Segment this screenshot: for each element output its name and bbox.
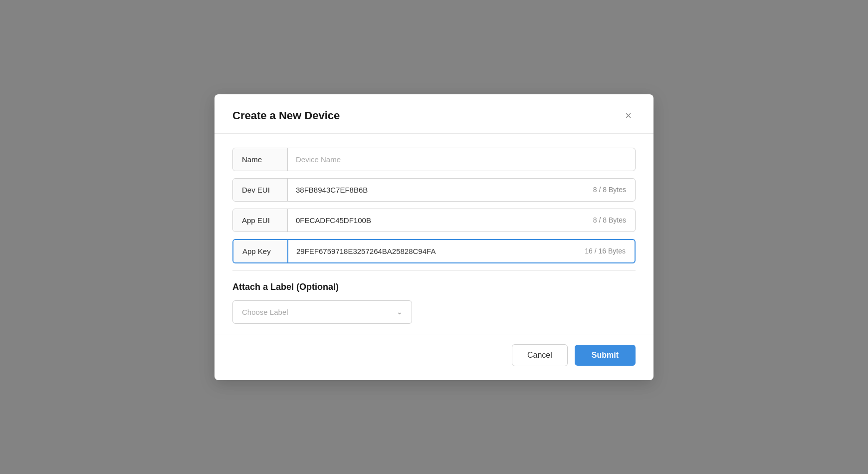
dev-eui-label: Dev EUI — [233, 179, 288, 201]
modal-dialog: Create a New Device × Name Dev EUI 8 / 8… — [215, 94, 653, 380]
app-eui-bytes: 8 / 8 Bytes — [584, 209, 635, 231]
name-field-row: Name — [232, 148, 636, 171]
modal-overlay: Create a New Device × Name Dev EUI 8 / 8… — [0, 0, 868, 474]
label-select-dropdown[interactable]: Choose Label ⌄ — [232, 300, 412, 324]
modal-footer: Cancel Submit — [215, 334, 653, 380]
modal-header: Create a New Device × — [215, 94, 653, 133]
submit-button[interactable]: Submit — [575, 345, 636, 366]
app-eui-input[interactable] — [288, 209, 584, 232]
label-select-placeholder: Choose Label — [242, 308, 288, 316]
app-key-bytes: 16 / 16 Bytes — [576, 240, 635, 262]
app-key-input[interactable] — [288, 240, 576, 262]
app-key-field-row: App Key 16 / 16 Bytes — [232, 239, 636, 263]
dev-eui-input[interactable] — [288, 179, 584, 201]
label-section-title: Attach a Label (Optional) — [232, 282, 636, 292]
close-button[interactable]: × — [621, 108, 636, 123]
dev-eui-bytes: 8 / 8 Bytes — [584, 179, 635, 201]
section-divider — [232, 270, 636, 271]
dev-eui-field-row: Dev EUI 8 / 8 Bytes — [232, 178, 636, 202]
app-eui-label: App EUI — [233, 209, 288, 232]
chevron-down-icon: ⌄ — [397, 308, 403, 316]
name-label: Name — [233, 148, 288, 171]
cancel-button[interactable]: Cancel — [512, 344, 568, 366]
modal-body: Name Dev EUI 8 / 8 Bytes App EUI 8 / 8 B… — [215, 134, 653, 334]
app-eui-field-row: App EUI 8 / 8 Bytes — [232, 209, 636, 232]
modal-title: Create a New Device — [232, 109, 340, 122]
name-input[interactable] — [288, 148, 635, 171]
app-key-label: App Key — [233, 240, 288, 262]
